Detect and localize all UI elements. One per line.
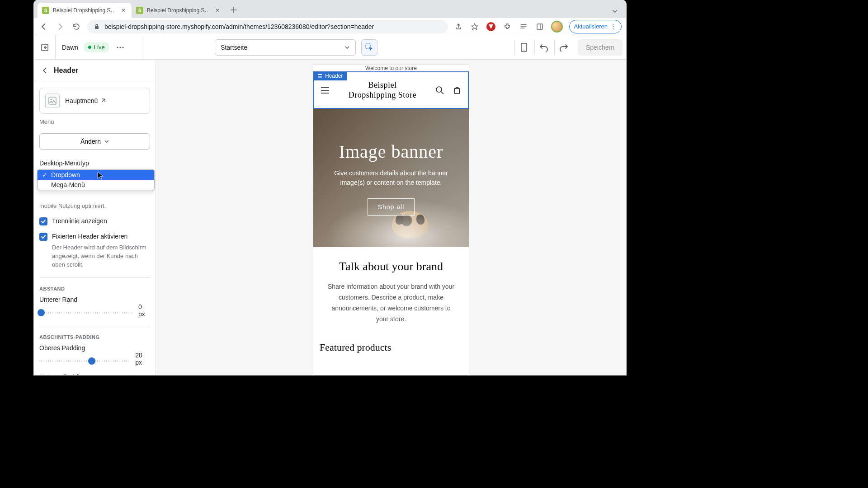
- svg-rect-12: [318, 74, 322, 75]
- preview-header-section[interactable]: Header Beispiel Dropshipping Store: [313, 71, 469, 109]
- svg-point-9: [524, 50, 524, 51]
- tabs-overflow-icon[interactable]: [612, 8, 618, 14]
- sidebar-title: Header: [54, 66, 78, 75]
- svg-rect-13: [318, 76, 322, 78]
- svg-rect-1: [537, 24, 542, 29]
- svg-rect-10: [49, 97, 56, 104]
- reload-button[interactable]: [71, 21, 82, 32]
- address-bar[interactable]: beispiel-dropshipping-store.myshopify.co…: [87, 20, 448, 33]
- chevron-down-icon: [344, 45, 350, 50]
- svg-rect-0: [95, 26, 99, 29]
- brand-title: Talk about your brand: [327, 260, 455, 273]
- search-icon[interactable]: [434, 85, 445, 96]
- sidepanel-icon[interactable]: [535, 22, 545, 32]
- menutype-dropdown: ✓ Dropdown Mega-Menü: [37, 169, 155, 190]
- shop-all-button[interactable]: Shop all: [368, 198, 415, 216]
- mobile-view-button[interactable]: [514, 39, 533, 56]
- browser-tab[interactable]: S Beispiel Dropshipping Store · B ✕: [132, 3, 226, 18]
- separator-label: Trennlinie anzeigen: [52, 217, 107, 225]
- profile-avatar[interactable]: [551, 21, 563, 33]
- hamburger-icon[interactable]: [320, 85, 330, 96]
- close-icon[interactable]: ✕: [214, 7, 221, 14]
- image-banner: Image banner Give customers details abou…: [313, 109, 469, 247]
- change-menu-button[interactable]: Ändern: [39, 133, 150, 150]
- menutype-help: mobile Nutzung optimiert.: [39, 202, 150, 210]
- bottom-margin-label: Unterer Rand: [39, 296, 150, 303]
- brand-section: Talk about your brand Share information …: [313, 247, 469, 337]
- page-selector-value: Startseite: [221, 44, 247, 51]
- editor-topbar: Dawn Live Startseite Speichern: [34, 35, 626, 60]
- menu-name: Hauptmenü: [65, 97, 98, 104]
- url-text: beispiel-dropshipping-store.myshopify.co…: [104, 23, 374, 30]
- bookmark-icon[interactable]: [470, 22, 480, 32]
- svg-point-6: [122, 47, 123, 48]
- announcement-bar: Welcome to our store: [313, 65, 469, 71]
- browser-toolbar: beispiel-dropshipping-store.myshopify.co…: [34, 18, 626, 35]
- forward-button[interactable]: [55, 21, 66, 32]
- menu-dots-icon: ⋮: [610, 23, 617, 30]
- store-title: Beispiel Dropshipping Store: [346, 80, 419, 100]
- top-padding-label: Oberes Padding: [39, 344, 150, 352]
- theme-name: Dawn: [62, 44, 78, 51]
- tab-title: Beispiel Dropshipping Store · B: [147, 7, 210, 14]
- section-picker-button[interactable]: [361, 39, 377, 56]
- dropdown-option-megamenu[interactable]: Mega-Menü: [38, 180, 154, 190]
- svg-point-14: [436, 87, 442, 92]
- back-icon[interactable]: [40, 66, 49, 75]
- svg-point-11: [51, 99, 52, 100]
- preview-canvas: Welcome to our store Header Beispiel Dro…: [156, 60, 626, 375]
- svg-point-5: [119, 47, 121, 48]
- sticky-label: Fixierten Header aktivieren: [52, 233, 127, 240]
- menu-card[interactable]: Hauptmenü: [39, 88, 150, 114]
- spacing-heading: ABSTAND: [39, 286, 150, 291]
- mobile-preview: Welcome to our store Header Beispiel Dro…: [313, 65, 469, 375]
- chevron-down-icon: [104, 139, 109, 144]
- page-selector[interactable]: Startseite: [215, 39, 356, 56]
- share-icon[interactable]: [453, 22, 463, 32]
- undo-button[interactable]: [534, 39, 553, 56]
- ublock-icon[interactable]: [486, 22, 496, 32]
- redo-button[interactable]: [554, 39, 573, 56]
- extensions-icon[interactable]: [502, 22, 512, 32]
- close-icon[interactable]: ✕: [120, 7, 127, 14]
- save-button: Speichern: [578, 39, 623, 56]
- banner-text: Give customers details about the banner …: [324, 169, 458, 188]
- sticky-checkbox[interactable]: [39, 233, 47, 241]
- bottom-margin-value: 0 px: [138, 303, 150, 318]
- settings-sidebar: Header Hauptmenü Menü Ändern Desktop-Men…: [34, 60, 156, 375]
- cart-icon[interactable]: [452, 85, 462, 96]
- padding-heading: ABSCHNITTS-PADDING: [39, 334, 150, 340]
- menu-sublabel: Menü: [39, 118, 150, 125]
- top-padding-slider[interactable]: [39, 360, 130, 362]
- browser-tabstrip: S Beispiel Dropshipping Store · D ✕ S Be…: [34, 0, 626, 18]
- external-link-icon: [100, 98, 106, 103]
- check-icon: ✓: [42, 171, 47, 178]
- dropdown-option-dropdown[interactable]: ✓ Dropdown: [38, 170, 154, 180]
- tab-title: Beispiel Dropshipping Store · D: [53, 7, 116, 14]
- back-button[interactable]: [38, 21, 49, 32]
- shopify-favicon: S: [42, 7, 49, 14]
- browser-tab-active[interactable]: S Beispiel Dropshipping Store · D ✕: [38, 3, 132, 18]
- svg-point-4: [117, 47, 118, 48]
- brand-text: Share information about your brand with …: [327, 282, 455, 324]
- lock-icon: [94, 23, 100, 30]
- image-placeholder-icon: [45, 94, 60, 108]
- banner-title: Image banner: [339, 141, 443, 162]
- separator-checkbox[interactable]: [39, 217, 47, 225]
- top-padding-value: 20 px: [135, 352, 150, 366]
- bottom-margin-slider[interactable]: [39, 312, 133, 314]
- sticky-help: Der Header wird auf dem Bildschirm angez…: [52, 244, 150, 269]
- bottom-padding-label: Unteres Padding: [39, 373, 150, 375]
- reading-list-icon[interactable]: [519, 22, 528, 32]
- live-badge: Live: [84, 42, 109, 52]
- new-tab-button[interactable]: [227, 4, 240, 16]
- shopify-favicon: S: [136, 7, 143, 14]
- update-label: Aktualisieren: [574, 23, 608, 30]
- section-icon: [318, 74, 322, 78]
- menutype-label: Desktop-Menütyp: [39, 160, 150, 167]
- update-button[interactable]: Aktualisieren ⋮: [569, 20, 622, 33]
- exit-editor-button[interactable]: [34, 35, 56, 60]
- section-badge: Header: [313, 71, 347, 80]
- featured-heading: Featured products: [313, 337, 469, 358]
- theme-actions-button[interactable]: [115, 42, 126, 53]
